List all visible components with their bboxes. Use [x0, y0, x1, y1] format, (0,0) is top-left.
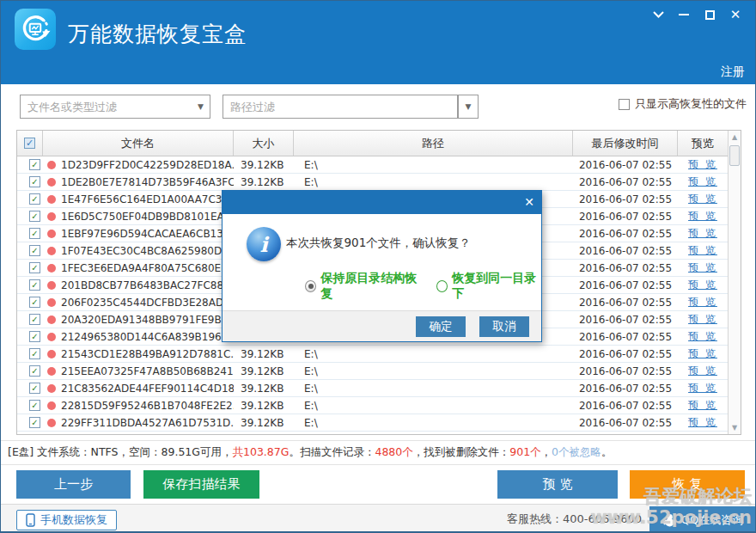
- row-checkbox-cell: ✓: [17, 397, 43, 414]
- deleted-file-dot-icon: [47, 178, 56, 187]
- table-row[interactable]: ✓ 21C83562ADE44FEF90114C4D18... 39.12KB …: [17, 380, 728, 397]
- filename-cell: 1E47F6E56C164ED1A00AA7C3C..: [43, 191, 234, 207]
- scroll-up-icon[interactable]: ▲: [729, 131, 741, 144]
- preview-link[interactable]: 预 览: [688, 329, 717, 344]
- checkbox-checked-icon[interactable]: ✓: [29, 245, 40, 256]
- path-filter-input[interactable]: [223, 95, 458, 119]
- chevron-down-icon[interactable]: [645, 4, 671, 25]
- size-cell: 39.12KB: [234, 156, 294, 173]
- register-link[interactable]: 注册: [721, 64, 745, 80]
- preview-cell: 预 览: [678, 311, 728, 328]
- preview-link[interactable]: 预 览: [688, 226, 717, 241]
- preview-link[interactable]: 预 览: [688, 175, 717, 189]
- checkbox-checked-icon[interactable]: ✓: [29, 383, 40, 394]
- preview-link[interactable]: 预 览: [688, 415, 717, 430]
- checkbox-checked-icon[interactable]: ✓: [29, 193, 40, 205]
- radio-keep-structure[interactable]: 保持原目录结构恢复: [305, 271, 421, 302]
- deleted-file-dot-icon: [47, 384, 56, 393]
- deleted-file-dot-icon: [47, 350, 56, 358]
- checkbox-checked-icon[interactable]: ✓: [29, 159, 40, 170]
- column-header-size[interactable]: 大小: [234, 131, 294, 156]
- phone-data-recovery-button[interactable]: 手机数据恢复: [16, 510, 117, 530]
- checkbox-checked-icon[interactable]: ✓: [29, 211, 40, 222]
- table-row[interactable]: ✓ 215EEA07325F47A8B50B68B241... 39.12KB …: [17, 363, 728, 380]
- preview-link[interactable]: 预 览: [688, 398, 717, 413]
- preview-cell: 预 览: [678, 277, 728, 293]
- scroll-down-icon[interactable]: ▼: [729, 421, 741, 434]
- select-all-checkbox[interactable]: ✓: [17, 131, 43, 156]
- modified-cell: 2016-06-07 02:55: [573, 174, 678, 190]
- checkbox-checked-icon[interactable]: ✓: [29, 365, 40, 377]
- preview-link[interactable]: 预 览: [688, 243, 717, 258]
- checkbox-checked-icon[interactable]: ✓: [29, 176, 40, 187]
- chevron-down-icon: ▼: [466, 102, 472, 111]
- table-row[interactable]: ✓ 1DE2B0E7E7814D73B59F46A3FC... 39.12KB …: [17, 174, 728, 191]
- maximize-button[interactable]: [697, 4, 722, 25]
- radio-selected-icon: [305, 280, 316, 292]
- back-button[interactable]: 上一步: [16, 470, 131, 499]
- dialog-cancel-button[interactable]: 取消: [479, 316, 529, 337]
- vertical-scrollbar[interactable]: ▲ ▼: [728, 131, 741, 434]
- column-header-modified[interactable]: 最后修改时间: [573, 131, 678, 156]
- checkbox-checked-icon: ✓: [24, 138, 35, 149]
- radio-same-directory-label: 恢复到同一目录下: [452, 271, 541, 302]
- column-header-preview[interactable]: 预览: [678, 131, 728, 156]
- deleted-file-dot-icon: [47, 212, 56, 221]
- size-cell: 39.12KB: [234, 363, 294, 379]
- dialog-close-icon[interactable]: ✕: [524, 194, 534, 210]
- path-cell: E:\: [294, 174, 573, 190]
- checkbox-checked-icon[interactable]: ✓: [29, 400, 40, 411]
- column-header-path[interactable]: 路径: [294, 131, 573, 156]
- scrollbar-thumb[interactable]: [729, 145, 740, 166]
- path-filter-combo: ▼: [223, 95, 479, 119]
- radio-same-directory[interactable]: 恢复到同一目录下: [436, 271, 541, 302]
- filename-text: 21543CD1E28B49BA912D7881C...: [61, 348, 234, 360]
- recover-button[interactable]: 恢 复: [630, 470, 745, 499]
- preview-link[interactable]: 预 览: [688, 278, 717, 292]
- checkbox-checked-icon[interactable]: ✓: [29, 279, 40, 291]
- preview-cell: 预 览: [678, 380, 728, 396]
- preview-link[interactable]: 预 览: [688, 295, 717, 309]
- table-row[interactable]: ✓ 21543CD1E28B49BA912D7881C... 39.12KB E…: [17, 346, 728, 363]
- filename-cell: 229FF311DBDA4527A61D7531D...: [43, 414, 234, 431]
- preview-link[interactable]: 预 览: [688, 364, 717, 378]
- table-row[interactable]: ✓ 1D23D9FF2D0C42259D28ED18A... 39.12KB E…: [17, 156, 728, 174]
- table-row[interactable]: ✓ 22815D59F95246B1B7048FE2E2... 39.12KB …: [17, 397, 728, 414]
- filename-cell: 22815D59F95246B1B7048FE2E2...: [43, 397, 234, 414]
- qq-consult-button[interactable]: QQ在线咨询: [649, 506, 756, 533]
- preview-link[interactable]: 预 览: [688, 209, 717, 224]
- preview-link[interactable]: 预 览: [688, 381, 717, 395]
- column-header-filename[interactable]: 文件名: [43, 131, 234, 156]
- row-checkbox-cell: ✓: [17, 242, 43, 259]
- preview-link[interactable]: 预 览: [688, 312, 717, 327]
- deleted-file-dot-icon: [47, 230, 56, 238]
- checkbox-checked-icon[interactable]: ✓: [29, 262, 40, 273]
- filename-cell: 1FEC3E6EDA9A4F80A75C680EE0: [43, 260, 234, 276]
- filename-text: 2124965380D144C6A839B19658: [61, 331, 234, 343]
- path-filter-dropdown-button[interactable]: ▼: [458, 95, 479, 119]
- filename-text: 1E6D5C750EF04DB9BD8101EA8.: [61, 211, 234, 223]
- path-cell: E:\: [294, 380, 573, 396]
- table-row[interactable]: ✓ 229FF311DBDA4527A61D7531D... 39.12KB E…: [17, 414, 728, 432]
- row-checkbox-cell: ✓: [17, 208, 43, 224]
- high-recovery-checkbox[interactable]: 只显示高恢复性的文件: [619, 96, 747, 112]
- close-button[interactable]: ✕: [722, 4, 748, 25]
- name-filter-input[interactable]: [20, 95, 210, 119]
- save-scan-result-button[interactable]: 保存扫描结果: [143, 470, 259, 499]
- checkbox-checked-icon[interactable]: ✓: [29, 417, 40, 428]
- preview-link[interactable]: 预 览: [688, 346, 717, 361]
- checkbox-checked-icon[interactable]: ✓: [29, 314, 40, 325]
- checkbox-checked-icon[interactable]: ✓: [29, 228, 40, 239]
- minimize-button[interactable]: [671, 4, 697, 25]
- checkbox-checked-icon[interactable]: ✓: [29, 297, 40, 308]
- dialog-ok-button[interactable]: 确定: [416, 316, 466, 337]
- checkbox-checked-icon[interactable]: ✓: [29, 348, 40, 359]
- preview-link[interactable]: 预 览: [688, 260, 717, 275]
- window-controls: ✕: [645, 4, 748, 25]
- preview-button[interactable]: 预 览: [497, 470, 618, 499]
- dialog-radio-group: 保持原目录结构恢复 恢复到同一目录下: [305, 271, 541, 302]
- preview-link[interactable]: 预 览: [688, 192, 717, 206]
- minimize-icon: [679, 14, 689, 15]
- preview-link[interactable]: 预 览: [688, 157, 717, 172]
- checkbox-checked-icon[interactable]: ✓: [29, 331, 40, 342]
